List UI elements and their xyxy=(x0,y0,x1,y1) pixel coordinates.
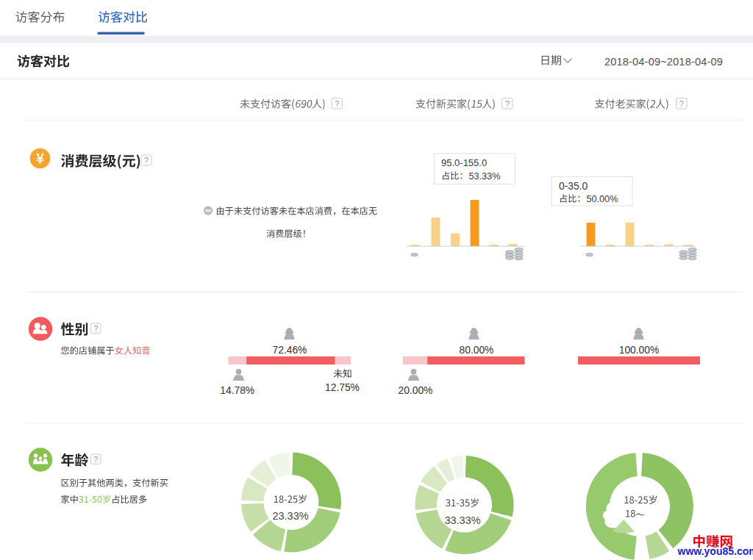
svg-text:?: ? xyxy=(93,324,98,333)
svg-text:95.0-155.0: 95.0-155.0 xyxy=(441,157,487,168)
svg-text:?: ? xyxy=(93,455,98,464)
svg-text:53.33%: 53.33% xyxy=(468,171,500,182)
svg-text:0-35.0: 0-35.0 xyxy=(559,181,588,192)
svg-text:20.00%: 20.00% xyxy=(399,385,433,396)
svg-text:14.78%: 14.78% xyxy=(220,385,254,396)
svg-text:www.you85.com: www.you85.com xyxy=(677,545,753,557)
svg-text:72.46%: 72.46% xyxy=(273,345,307,356)
svg-text:23.33%: 23.33% xyxy=(272,510,308,522)
svg-text:2018-04-09~2018-04-09: 2018-04-09~2018-04-09 xyxy=(604,56,723,68)
svg-text:33.33%: 33.33% xyxy=(444,514,480,526)
svg-text:?: ? xyxy=(679,99,684,108)
svg-text:12.75%: 12.75% xyxy=(325,382,360,393)
svg-text:?: ? xyxy=(335,99,339,108)
svg-text:100.00%: 100.00% xyxy=(619,345,659,356)
svg-text:?: ? xyxy=(505,99,510,108)
svg-text:50.00%: 50.00% xyxy=(586,194,618,204)
svg-text:?: ? xyxy=(144,156,149,165)
svg-text:80.00%: 80.00% xyxy=(460,345,494,356)
